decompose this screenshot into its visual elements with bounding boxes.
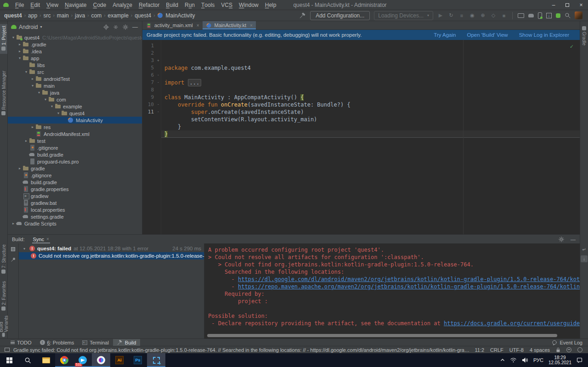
chevron-down-icon[interactable]: ▾ <box>30 84 35 88</box>
tool-window-button-7-structure[interactable]: 7: Structure <box>0 243 7 277</box>
tool-window-button-gradle[interactable]: Gradle <box>580 23 588 47</box>
highlighting-level-icon[interactable] <box>566 347 571 352</box>
editor-tab-mainactivity.kt[interactable]: MainActivity.kt× <box>203 21 256 29</box>
start-button[interactable] <box>0 353 18 367</box>
hide-build-panel-icon[interactable]: — <box>571 237 576 242</box>
status-segment-utf-8[interactable]: UTF-8 <box>509 347 524 353</box>
tool-window-button-problems[interactable]: !6: Problems <box>36 339 79 346</box>
tree-row[interactable]: ▸Gradle Scripts <box>8 220 142 227</box>
menu-refactor[interactable]: Refactor <box>136 0 163 10</box>
search-everywhere-icon[interactable] <box>565 12 571 18</box>
tree-row[interactable]: MainActivity <box>8 117 142 124</box>
run-icon[interactable]: ▶ <box>437 12 444 18</box>
tree-row[interactable]: AndroidManifest.xml <box>8 130 142 137</box>
tree-row[interactable]: gradle.properties <box>8 186 142 192</box>
pin-icon[interactable] <box>11 257 16 262</box>
chevron-down-icon[interactable]: ▾ <box>43 97 48 102</box>
coverage-icon[interactable]: ⊕ <box>480 12 486 18</box>
chevron-right-icon[interactable]: ▸ <box>17 49 23 53</box>
tree-row[interactable]: ▸.idea <box>8 48 142 55</box>
notification-center-icon[interactable] <box>577 357 582 363</box>
banner-action-show-log-in-explorer[interactable]: Show Log in Explorer <box>519 32 569 38</box>
file-explorer[interactable] <box>37 353 55 367</box>
tree-row[interactable]: >gradlew <box>8 192 142 199</box>
tree-row[interactable]: ▾main <box>8 82 142 89</box>
console-link[interactable]: https://docs.gradle.org/current/userguid… <box>444 320 580 327</box>
taskbar-search[interactable] <box>18 353 37 367</box>
menu-edit[interactable]: Edit <box>27 0 43 10</box>
breadcrumb-item[interactable]: main <box>57 12 69 19</box>
chevron-down-icon[interactable]: ▾ <box>56 111 61 115</box>
android-studio[interactable] <box>92 353 110 367</box>
project-view-selector[interactable]: Android ▾ <box>11 24 42 30</box>
minimize-window-button[interactable]: – <box>547 0 560 10</box>
build-hammer-icon[interactable] <box>300 12 306 19</box>
chevron-down-icon[interactable]: ▾ <box>22 247 27 251</box>
close-icon[interactable]: × <box>197 23 199 28</box>
taskbar-clock[interactable]: 18:29 12.05.2021 <box>548 355 571 365</box>
tree-row[interactable]: ▸.gradle <box>8 41 142 48</box>
status-segment-crlf[interactable]: CRLF <box>490 347 503 353</box>
tree-row[interactable]: ▸test <box>8 137 142 144</box>
tool-window-button-build-variants[interactable]: Build Variants <box>0 312 7 339</box>
menu-window[interactable]: Window <box>236 0 262 10</box>
chrome[interactable] <box>55 353 74 367</box>
tree-row[interactable]: libs <box>8 62 142 68</box>
snipping-tool[interactable] <box>147 353 165 367</box>
banner-action-open-build-view[interactable]: Open 'Build' View <box>467 32 508 38</box>
apply-changes-icon[interactable]: ↻ <box>448 12 454 18</box>
lock-icon[interactable] <box>556 347 560 353</box>
tree-row[interactable]: ▾src <box>8 68 142 75</box>
language-indicator[interactable]: РУС <box>533 357 543 363</box>
collapse-all-icon[interactable] <box>112 24 119 30</box>
chevron-right-icon[interactable]: ▸ <box>30 125 35 129</box>
sync-tab[interactable]: Sync × <box>32 235 50 243</box>
profiler-icon[interactable]: ◇ <box>490 12 497 18</box>
tree-row[interactable]: ▾quest4C:\Users\Maga\AndroidStudioProjec… <box>8 34 142 41</box>
tree-row[interactable]: ▾java <box>8 89 142 96</box>
breadcrumb-item[interactable]: quest4 <box>4 12 23 19</box>
banner-action-try-again[interactable]: Try Again <box>434 32 456 38</box>
menu-analyze[interactable]: Analyze <box>109 0 136 10</box>
chevron-right-icon[interactable]: ▸ <box>17 166 23 170</box>
menu-vcs[interactable]: VCS <box>218 0 236 10</box>
indexing-status-icon[interactable] <box>577 347 582 352</box>
breadcrumb-item[interactable]: java <box>74 12 85 19</box>
chevron-down-icon[interactable]: ▾ <box>36 90 42 95</box>
device-selector-dropdown[interactable]: Loading Devices... ▾ <box>374 11 433 20</box>
event-log-button[interactable]: Event Log <box>552 340 584 345</box>
tree-row[interactable]: ▸res <box>8 124 142 130</box>
breadcrumb-item[interactable]: example <box>107 12 129 19</box>
volume-icon[interactable] <box>522 357 528 363</box>
wifi-icon[interactable] <box>510 357 517 363</box>
profile-app-icon[interactable] <box>556 13 560 18</box>
code-editor[interactable]: 123+56-7-8910-11- package com.example.qu… <box>142 40 580 234</box>
breadcrumb-item[interactable]: app <box>28 12 38 19</box>
gradle-sync-icon[interactable] <box>528 14 534 17</box>
build-summary-row[interactable]: ▾ ! quest4: failed at 12.05.2021 18:28 w… <box>19 245 204 252</box>
menu-help[interactable]: Help <box>262 0 280 10</box>
photoshop[interactable]: Ps <box>129 353 147 367</box>
tool-window-button-1-project[interactable]: 1: Project <box>0 24 7 54</box>
close-icon[interactable]: × <box>250 23 253 28</box>
breadcrumb-item[interactable]: src <box>43 12 51 19</box>
toggle-panels-icon[interactable] <box>5 348 10 352</box>
menu-run[interactable]: Run <box>181 0 198 10</box>
status-message[interactable]: Gradle sync failed: Could not find org.j… <box>13 347 471 353</box>
apply-code-changes-icon[interactable]: ≡ <box>458 13 465 18</box>
chevron-right-icon[interactable]: ▸ <box>11 221 16 226</box>
breadcrumb-item[interactable]: com <box>90 12 102 19</box>
tool-window-button-todo[interactable]: TODO <box>6 339 36 346</box>
chevron-down-icon[interactable]: ▾ <box>23 70 29 74</box>
settings-gear-icon[interactable] <box>122 24 129 30</box>
tree-row[interactable]: settings.gradle <box>8 213 142 220</box>
stop-icon[interactable]: ■ <box>501 13 507 18</box>
add-configuration-button[interactable]: Add Configuration... <box>310 11 370 20</box>
chevron-down-icon[interactable]: ▾ <box>49 104 55 108</box>
hidden-icons-chevron[interactable] <box>500 358 505 362</box>
menu-file[interactable]: File <box>12 0 27 10</box>
tool-window-button-resource-manager[interactable]: Resource Manager <box>0 69 7 119</box>
menu-navigate[interactable]: Navigate <box>62 0 90 10</box>
tool-window-button-2-favorites[interactable]: 2: Favorites <box>0 279 7 314</box>
tree-row[interactable]: .gitignore <box>8 172 142 179</box>
